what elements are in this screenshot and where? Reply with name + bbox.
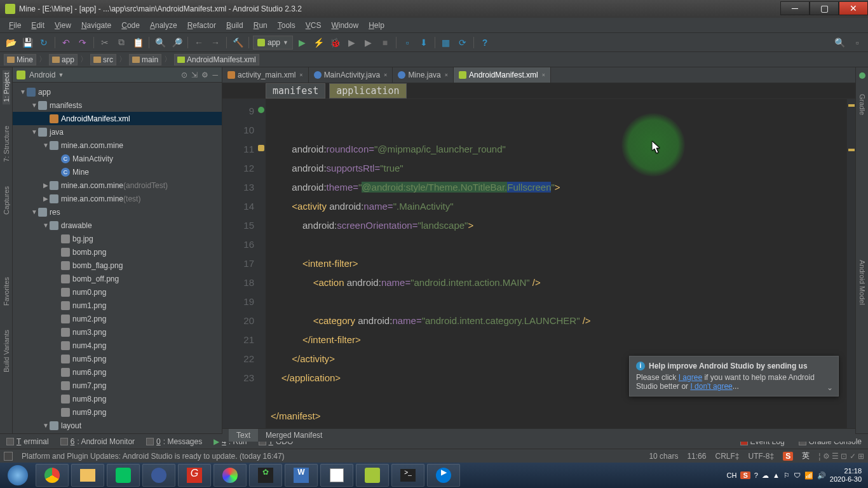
chevron-down-icon[interactable]: ⌄ (827, 383, 833, 392)
tab-favorites[interactable]: Favorites (3, 274, 10, 308)
stop-icon[interactable]: ■ (378, 36, 392, 50)
tray-volume-icon[interactable]: 🔊 (817, 471, 826, 480)
tray-clock[interactable]: 21:18 2020-6-30 (830, 467, 862, 484)
breadcrumb-src[interactable]: src (90, 54, 116, 65)
back-icon[interactable]: ← (192, 36, 206, 50)
open-icon[interactable]: 📂 (4, 36, 18, 50)
tab-project[interactable]: 1: Project (3, 70, 10, 104)
menu-analyze[interactable]: Analyze (145, 20, 182, 31)
apply-changes-icon[interactable]: ⚡ (312, 36, 326, 50)
breadcrumb-main[interactable]: main (129, 54, 161, 65)
bottom-tab-0-messages[interactable]: 0: Messages (144, 436, 205, 447)
taskbar-chrome[interactable] (36, 464, 69, 487)
breadcrumb-mine[interactable]: Mine (4, 54, 36, 65)
tree-item-app[interactable]: ▼app (13, 85, 222, 98)
sync-icon[interactable]: ↻ (37, 36, 51, 50)
forward-icon[interactable]: → (208, 36, 222, 50)
start-button[interactable] (3, 464, 33, 487)
editor-tab-activity_main-xml[interactable]: activity_main.xml× (222, 67, 309, 83)
taskbar-android-studio[interactable] (356, 464, 389, 487)
menu-window[interactable]: Window (326, 20, 363, 31)
status-encoding[interactable]: UTF-8‡ (749, 452, 775, 461)
tab-structure[interactable]: 7: Structure (3, 123, 10, 165)
collapse-icon[interactable]: ⇲ (191, 71, 198, 79)
maximize-button[interactable]: ▢ (810, 1, 839, 15)
tab-merged-manifest[interactable]: Merged Manifest (258, 429, 330, 442)
taskbar-terminal[interactable]: >_ (391, 464, 424, 487)
tree-item-bomb-png[interactable]: bomb.png (13, 245, 222, 259)
bottom-tab-terminal[interactable]: Terminal (4, 436, 51, 447)
tree-item-mine-an-com-mine[interactable]: ▶mine.an.com.mine (androidTest) (13, 179, 222, 192)
tray-flag-icon[interactable]: ⚐ (783, 471, 790, 480)
ime-lang[interactable]: 英 (802, 451, 810, 461)
line-gutter[interactable]: 91011121314151617181920212223 (222, 99, 266, 428)
tree-item-bomb_off-png[interactable]: bomb_off.png (13, 272, 222, 285)
notification-popup[interactable]: iHelp improve Android Studio by sending … (629, 356, 839, 396)
sdk-icon[interactable]: ⬇ (417, 36, 431, 50)
minimize-button[interactable]: ─ (780, 1, 810, 15)
tree-item-bomb_flag-png[interactable]: bomb_flag.png (13, 259, 222, 272)
ime-indicator[interactable]: S (783, 452, 793, 461)
gradle-sync-icon[interactable] (859, 72, 865, 79)
status-position[interactable]: 11:66 (687, 452, 706, 461)
taskbar-app1[interactable] (142, 464, 175, 487)
cut-icon[interactable]: ✂ (98, 36, 112, 50)
redo-icon[interactable]: ↷ (76, 36, 90, 50)
tree-item-androidmanifest-xml[interactable]: AndroidManifest.xml (13, 112, 222, 125)
run-config-selector[interactable]: app ▼ (253, 36, 293, 50)
debug-icon[interactable]: 🐞 (329, 36, 342, 50)
tree-item-drawable[interactable]: ▼drawable (13, 219, 222, 232)
tree-item-num7-png[interactable]: num7.png (13, 379, 222, 392)
menu-refactor[interactable]: Refactor (182, 20, 221, 31)
menu-vcs[interactable]: VCS (301, 20, 327, 31)
menu-run[interactable]: Run (248, 20, 273, 31)
scroll-target-icon[interactable]: ⊙ (181, 71, 187, 79)
tree-item-num1-png[interactable]: num1.png (13, 299, 222, 312)
tree-item-mine[interactable]: CMine (13, 165, 222, 179)
profile-icon[interactable]: ▶ (345, 36, 359, 50)
tree-item-activity_main-xml[interactable]: activity_main.xml (13, 432, 222, 433)
editor-tab-mainactivity-java[interactable]: MainActivity.java× (309, 67, 393, 83)
search-everywhere-icon[interactable]: 🔍 (832, 36, 846, 50)
tree-item-num5-png[interactable]: num5.png (13, 352, 222, 365)
tree-item-java[interactable]: ▼java (13, 125, 222, 139)
project-tree[interactable]: ▼app▼manifestsAndroidManifest.xml▼java▼m… (13, 83, 222, 433)
menu-file[interactable]: File (4, 20, 26, 31)
sync-gradle-icon[interactable]: ⟳ (456, 36, 470, 50)
taskbar-wechat[interactable] (107, 464, 140, 487)
structure-icon[interactable]: ▦ (439, 36, 453, 50)
menu-navigate[interactable]: Navigate (76, 20, 116, 31)
undo-icon[interactable]: ↶ (59, 36, 73, 50)
avd-icon[interactable]: ▫ (400, 36, 414, 50)
breadcrumb-app[interactable]: app (49, 54, 78, 65)
taskbar-explorer[interactable] (71, 464, 104, 487)
tab-text[interactable]: Text (229, 429, 258, 442)
hide-icon[interactable]: ─ (212, 71, 218, 79)
tree-item-mine-an-com-mine[interactable]: ▼mine.an.com.mine (13, 139, 222, 152)
menu-view[interactable]: View (50, 20, 76, 31)
settings-icon[interactable]: ▫ (850, 36, 864, 50)
xml-crumb-application[interactable]: application (329, 83, 406, 98)
tree-item-res[interactable]: ▼res (13, 205, 222, 219)
status-lineend[interactable]: CRLF‡ (715, 452, 739, 461)
find-icon[interactable]: 🔍 (153, 36, 167, 50)
tree-item-layout[interactable]: ▼layout (13, 419, 222, 432)
make-icon[interactable]: 🔨 (231, 36, 245, 50)
menu-help[interactable]: Help (363, 20, 390, 31)
copy-icon[interactable]: ⧉ (114, 36, 128, 50)
help-icon[interactable]: ? (478, 36, 492, 50)
tree-item-mine-an-com-mine[interactable]: ▶mine.an.com.mine (test) (13, 192, 222, 205)
taskbar-app4[interactable]: ✿ (249, 464, 282, 487)
tray-shield-icon[interactable]: 🛡 (794, 471, 801, 479)
paste-icon[interactable]: 📋 (131, 36, 145, 50)
taskbar-app3[interactable] (214, 464, 247, 487)
tree-item-num3-png[interactable]: num3.png (13, 325, 222, 339)
tree-item-num8-png[interactable]: num8.png (13, 392, 222, 405)
tree-item-mainactivity[interactable]: CMainActivity (13, 152, 222, 165)
menu-code[interactable]: Code (116, 20, 145, 31)
menu-edit[interactable]: Edit (26, 20, 50, 31)
attach-icon[interactable]: ▶ (362, 36, 376, 50)
tray-network-icon[interactable]: 📶 (804, 471, 813, 480)
editor-tab-androidmanifest-xml[interactable]: AndroidManifest.xml× (454, 67, 551, 83)
xml-crumb-manifest[interactable]: manifest (266, 83, 325, 98)
